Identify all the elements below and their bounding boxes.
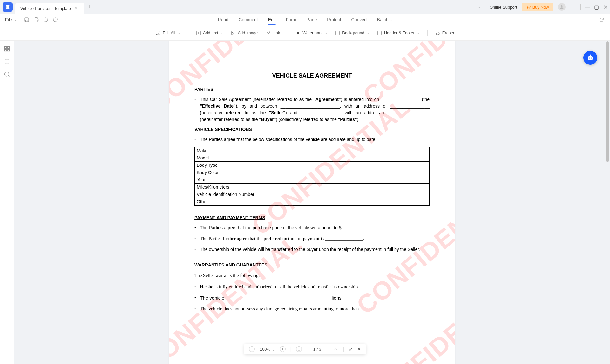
document-title: VEHICLE SALE AGREEMENT [194,72,430,79]
chevron-down-icon: ⌄ [220,31,223,35]
close-window-button[interactable]: ✕ [603,5,607,9]
share-icon[interactable] [599,17,605,23]
print-icon[interactable] [33,17,39,23]
zoom-level[interactable]: 100% ⌄ [260,347,275,352]
undo-icon[interactable] [43,17,49,23]
svg-rect-15 [7,50,9,51]
tab-protect[interactable]: Protect [327,15,341,25]
close-tab-icon[interactable]: × [75,6,79,10]
redo-icon[interactable] [52,17,58,23]
tab-convert[interactable]: Convert [351,15,367,25]
section-specs: VAHICLE SPECIFICATIONS [194,127,430,132]
svg-point-20 [591,58,592,59]
close-zoombar-button[interactable]: ✕ [357,347,361,352]
ai-assistant-button[interactable] [583,51,597,65]
svg-rect-14 [4,50,6,51]
user-avatar[interactable] [558,3,566,11]
chevron-down-icon: ⌄ [367,31,369,35]
separator [291,347,291,352]
zoom-out-button[interactable]: − [249,346,255,352]
separator [288,30,288,36]
payment-item: The Parties further agree that the prefe… [200,235,430,242]
file-menu[interactable]: File ⌄ [5,17,17,22]
table-row: Other [195,198,430,206]
parties-paragraph: This Car Sale Agreement (hereinafter ref… [200,96,430,123]
svg-point-16 [4,72,9,76]
eraser-button[interactable]: Eraser [435,30,454,36]
scrollbar[interactable] [606,41,609,162]
minimize-button[interactable]: — [585,5,590,9]
fullscreen-button[interactable]: ⤢ [349,347,352,352]
background-button[interactable]: Background ⌄ [335,30,369,36]
online-support-link[interactable]: Online Support [490,5,517,10]
scrollbar-thumb[interactable] [606,41,609,162]
table-row: Miles/Kilometers [195,184,430,191]
payment-item: The ownership of the vehicle will be tra… [200,246,430,253]
svg-rect-12 [4,47,6,49]
thumbnails-icon[interactable] [4,46,10,52]
main-tabs: Read Comment Edit Form Page Protect Conv… [218,15,392,25]
bullet: - [194,96,196,123]
svg-point-2 [561,5,562,7]
chevron-down-icon: ⌄ [325,31,328,35]
warranties-intro: The Seller warrants the following: [194,272,430,279]
separator [188,30,188,36]
edit-all-button[interactable]: Edit All ⌄ [156,30,180,36]
read-mode-button[interactable]: ☺ [333,346,338,352]
tab-batch[interactable]: Batch⌄ [377,15,392,25]
table-row: Year [195,176,430,184]
tab-page[interactable]: Page [307,15,317,25]
fit-page-button[interactable]: ⊟ [296,346,302,352]
add-tab-button[interactable]: + [88,4,92,10]
bookmark-icon[interactable] [4,58,10,65]
chevron-down-icon[interactable]: ⌄ [477,5,480,9]
tab-edit[interactable]: Edit [268,15,276,25]
left-sidebar [0,41,14,364]
search-icon[interactable] [4,71,10,78]
tab-comment[interactable]: Comment [239,15,258,25]
svg-point-1 [530,9,530,9]
svg-point-6 [232,32,233,32]
section-parties: PARTIES [194,87,430,92]
app-logo[interactable] [3,2,13,12]
link-button[interactable]: Link [265,30,280,36]
table-row: Model [195,154,430,162]
svg-line-17 [8,76,9,77]
maximize-button[interactable]: ▢ [594,5,599,9]
separator [343,347,344,352]
svg-rect-18 [588,56,593,60]
document-viewport[interactable]: CONFIDENTIAL CONFIDENTIAL CONFIDENTIAL C… [14,41,610,364]
more-options-icon[interactable]: ··· [570,4,576,10]
header-footer-button[interactable]: Header & Footer ⌄ [377,30,420,36]
save-icon[interactable] [24,17,30,23]
add-image-button[interactable]: Add Image [231,30,258,36]
tab-read[interactable]: Read [218,15,228,25]
chevron-down-icon: ⌄ [272,348,275,351]
chevron-down-icon: ⌄ [178,31,180,35]
specs-intro: The Parties agree that the below specifi… [200,136,430,143]
zoom-in-button[interactable]: + [280,346,286,352]
svg-rect-13 [7,47,9,49]
tab-title: Vehicle-Purc...ent-Template [20,6,71,11]
section-payment: PAYMENT AND PAYMENT TERMS [194,215,430,220]
divider [20,17,20,22]
watermark-button[interactable]: Watermark ⌄ [295,30,328,36]
table-row: Make [195,147,430,154]
svg-rect-3 [35,20,37,22]
warranty-item: He/she is fully entitled and authorized … [200,283,430,291]
bullet: - [194,136,196,143]
chevron-down-icon: ⌄ [14,18,17,21]
specs-table: Make Model Body Type Body Color Year Mil… [194,147,430,206]
warranty-item: The vehicle does not possess any damage … [200,305,430,313]
section-warranties: WARRANTIES AND GUARANTEES [194,262,430,267]
add-text-button[interactable]: Add text ⌄ [196,30,223,36]
separator [427,30,428,36]
svg-point-0 [527,9,528,9]
document-tab[interactable]: Vehicle-Purc...ent-Template × [15,3,84,14]
buy-now-button[interactable]: Buy Now [522,3,553,11]
svg-rect-9 [378,31,382,35]
tab-form[interactable]: Form [286,15,296,25]
divider [485,4,485,10]
chevron-down-icon: ⌄ [417,31,420,35]
table-row: Vehicle Identification Number [195,191,430,198]
